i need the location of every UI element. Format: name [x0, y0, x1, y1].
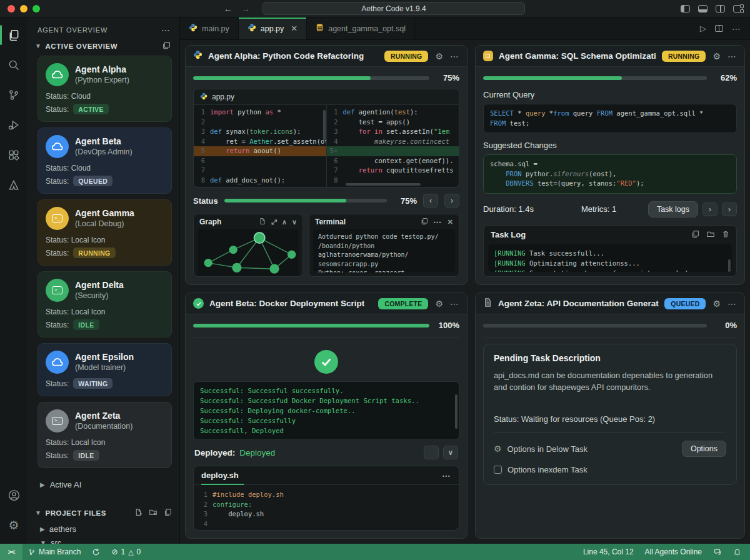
- folder-icon[interactable]: [706, 230, 715, 240]
- close-tab-icon[interactable]: ✕: [291, 24, 298, 33]
- azure-icon[interactable]: [0, 171, 28, 199]
- expand-dropdown-button[interactable]: ∨: [443, 446, 458, 459]
- panel-title: Agent Gamma: SQL Schema Optimization: [499, 51, 656, 61]
- expand-icon[interactable]: ⤢: [271, 218, 277, 226]
- copy-icon[interactable]: [421, 218, 428, 226]
- new-folder-icon[interactable]: [149, 508, 158, 518]
- success-line: Successfull, Deployed: [200, 426, 452, 436]
- code-text: ret = Aether.set_assetn(ot: [210, 137, 327, 147]
- agent-graph[interactable]: [198, 229, 299, 277]
- extensions-icon[interactable]: [0, 141, 28, 169]
- agent-card-agent-zeta[interactable]: >_Agent Zeta(Documentation)Status: Local…: [38, 402, 172, 468]
- split-editor-right-icon[interactable]: [715, 25, 723, 32]
- more-icon[interactable]: ⋯: [728, 51, 737, 61]
- search-icon[interactable]: [0, 51, 28, 79]
- minimize-window-button[interactable]: [20, 5, 28, 12]
- explorer-icon[interactable]: [0, 21, 28, 49]
- cloud-icon: [46, 351, 69, 374]
- diff-left-pane[interactable]: 1import python as *2 3def synax(toker.ic…: [194, 105, 327, 187]
- scrollbar[interactable]: [728, 259, 731, 272]
- task-logs-button[interactable]: Task logs: [648, 201, 698, 218]
- agent-card-agent-beta[interactable]: Agent Beta(DevOps Admin)Status: CloudSta…: [38, 128, 172, 194]
- feedback-icon[interactable]: [708, 544, 728, 560]
- tab-main-py[interactable]: main.py: [180, 18, 239, 39]
- new-file-icon[interactable]: [134, 508, 142, 518]
- agent-card-agent-epsilon[interactable]: Agent Epsilon(Model trainer)Status:WAITI…: [38, 343, 172, 396]
- close-icon[interactable]: ✕: [448, 218, 453, 226]
- sync-icon[interactable]: [86, 544, 106, 560]
- gear-icon[interactable]: ⚙: [435, 52, 443, 61]
- run-debug-icon[interactable]: [0, 111, 28, 139]
- forward-arrow-icon[interactable]: →: [241, 4, 250, 14]
- maximize-window-button[interactable]: [32, 5, 40, 12]
- copy-icon[interactable]: [691, 230, 699, 240]
- gear-icon[interactable]: ⚙: [435, 299, 443, 308]
- copy-icon[interactable]: [164, 508, 172, 518]
- deployment-log[interactable]: Successful: Successful successfully.Succ…: [193, 381, 459, 440]
- active-overview-section[interactable]: ▼ ACTIVE OVERVIEW: [35, 40, 173, 56]
- line-number: 3: [194, 127, 210, 137]
- tree-item-aethers[interactable]: ▶aethers: [35, 522, 173, 536]
- scrollbar[interactable]: [323, 110, 326, 140]
- diff-right-pane[interactable]: 1def agention(test):2 test = apps()3 for…: [327, 105, 459, 187]
- export-icon[interactable]: [259, 218, 266, 226]
- tree-item-src[interactable]: ▼src: [35, 536, 173, 544]
- agent-status-row: Status: Cloud: [46, 91, 164, 102]
- more-icon[interactable]: ⋯: [728, 299, 737, 309]
- agent-card-agent-delta[interactable]: >_Agent Delta(Security)Status: Local Ico…: [38, 271, 172, 338]
- script-more-icon[interactable]: ⋯: [442, 471, 451, 481]
- remote-indicator[interactable]: ><: [0, 544, 22, 560]
- expand-down-icon[interactable]: ∨: [292, 218, 297, 226]
- progress-bar: [483, 324, 707, 328]
- trash-icon[interactable]: [722, 230, 729, 240]
- options-button[interactable]: Options: [682, 441, 726, 457]
- cursor-position[interactable]: Line 45, Col 12: [578, 544, 639, 560]
- sidebar-item-active-ai[interactable]: ▶ Active AI: [35, 474, 173, 498]
- tab-app-py[interactable]: app.py✕: [239, 18, 307, 39]
- suggested-changes-code[interactable]: schema.sql = PRON pythor.sifernurs(eost)…: [483, 154, 737, 194]
- problems-item[interactable]: ⊘1 △0: [106, 544, 146, 560]
- run-file-icon[interactable]: ▷: [700, 24, 706, 33]
- more-icon[interactable]: ⋯: [450, 299, 459, 309]
- close-window-button[interactable]: [8, 5, 15, 12]
- agents-online-status[interactable]: All Agents Online: [639, 544, 708, 560]
- next-button[interactable]: ›: [444, 194, 459, 208]
- task-log-output[interactable]: [RUNNING Task successfull...[RUNNING Opt…: [488, 244, 732, 272]
- agent-card-agent-alpha[interactable]: Agent Alpha(Python Expert)Status: CloudS…: [38, 56, 172, 122]
- git-branch-item[interactable]: Main Branch: [22, 544, 86, 560]
- next-log-button[interactable]: ›: [702, 202, 718, 216]
- settings-gear-icon[interactable]: ⚙: [0, 511, 28, 539]
- split-view-icon[interactable]: [162, 41, 171, 51]
- activity-bar: ⚙: [0, 18, 28, 544]
- last-log-button[interactable]: ›: [722, 202, 737, 216]
- editor-more-icon[interactable]: ⋯: [732, 24, 741, 34]
- collapse-up-icon[interactable]: ∧: [282, 218, 287, 226]
- scrollbar[interactable]: [455, 394, 458, 429]
- terminal-more-icon[interactable]: ⋯: [433, 217, 442, 227]
- notifications-bell-icon[interactable]: [728, 544, 750, 560]
- terminal-output[interactable]: Aotdureud python code testop.py//boandin…: [313, 229, 455, 272]
- project-files-section[interactable]: ▼ PROJECT FILES: [35, 498, 173, 522]
- scrollbar[interactable]: [346, 183, 421, 186]
- more-icon[interactable]: ⋯: [450, 51, 459, 61]
- current-query-code[interactable]: SELECT * query *from query FROM agent_ga…: [483, 104, 737, 133]
- agent-card-header: Agent Epsilon(Model trainer): [46, 351, 164, 374]
- toggle-sidebar-icon[interactable]: [681, 5, 690, 12]
- sidebar-more-icon[interactable]: ⋯: [161, 25, 171, 35]
- success-line: Successful: Deploying docker-complete..: [200, 406, 452, 416]
- tab-agent_gamma_opt-sql[interactable]: agent_gamma_opt.sql: [307, 18, 415, 39]
- prev-button[interactable]: ‹: [423, 194, 438, 208]
- account-icon[interactable]: [0, 481, 28, 509]
- split-editor-icon[interactable]: [716, 5, 725, 12]
- agent-card-agent-gamma[interactable]: >_Agent Gamma(Local Debug)Status: Local …: [38, 199, 172, 266]
- back-arrow-icon[interactable]: ←: [224, 4, 232, 14]
- gear-icon[interactable]: ⚙: [712, 299, 721, 308]
- layout-grid-icon[interactable]: [733, 5, 742, 12]
- gear-icon[interactable]: ⚙: [712, 52, 721, 61]
- options-checkbox[interactable]: [494, 466, 502, 474]
- source-control-icon[interactable]: [0, 81, 28, 109]
- toggle-panel-icon[interactable]: [698, 5, 708, 12]
- blank-action-button[interactable]: [424, 446, 439, 459]
- deploy-script-code[interactable]: 1#include deploy.sh2configure:3 deploy.s…: [194, 485, 459, 531]
- code-text: [210, 156, 214, 166]
